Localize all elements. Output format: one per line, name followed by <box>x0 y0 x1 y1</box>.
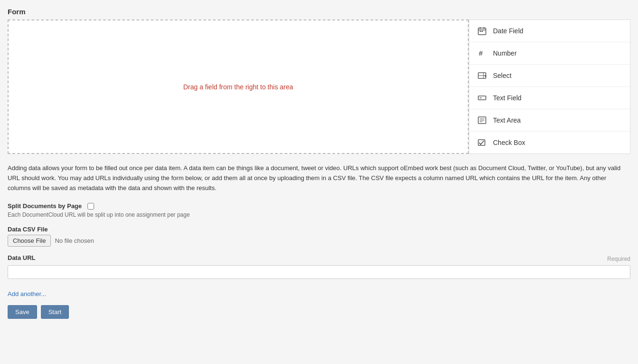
number-icon: # <box>477 48 487 58</box>
no-file-text: No file chosen <box>55 237 94 244</box>
palette-item-number[interactable]: # Number <box>469 42 630 65</box>
split-documents-sublabel: Each DocumentCloud URL will be split up … <box>8 211 630 218</box>
csv-file-section: Data CSV File Choose File No file chosen <box>8 226 630 247</box>
info-text: Adding data allows your form to be fille… <box>8 163 630 193</box>
svg-text:▾: ▾ <box>484 74 487 78</box>
field-palette: Date Field # Number ▾ Select Text Field … <box>469 19 630 154</box>
split-documents-label: Split Documents by Page <box>8 202 630 210</box>
svg-rect-4 <box>480 31 481 32</box>
palette-item-date-field[interactable]: Date Field <box>469 20 630 42</box>
file-input-wrapper: Choose File No file chosen <box>8 235 630 247</box>
palette-item-text-field[interactable]: Text Field <box>469 87 630 109</box>
checkbox-icon <box>477 137 487 148</box>
url-label-row: Data URL Required <box>8 254 630 263</box>
palette-item-label-number: Number <box>493 49 517 57</box>
choose-file-button[interactable]: Choose File <box>8 235 51 247</box>
drop-hint: Drag a field from the right to this area <box>183 83 293 91</box>
svg-rect-11 <box>478 96 486 100</box>
page-title: Form <box>8 8 630 16</box>
split-documents-section: Split Documents by Page Each DocumentClo… <box>8 202 630 218</box>
form-drop-area[interactable]: Drag a field from the right to this area <box>8 19 469 154</box>
data-url-label: Data URL <box>8 254 36 261</box>
palette-item-label-check-box: Check Box <box>493 139 525 146</box>
select-icon: ▾ <box>477 70 487 81</box>
palette-item-select[interactable]: ▾ Select <box>469 65 630 87</box>
calendar-icon <box>477 26 487 36</box>
save-button[interactable]: Save <box>8 305 37 319</box>
csv-file-label: Data CSV File <box>8 226 630 233</box>
required-tag: Required <box>607 256 630 262</box>
split-documents-checkbox[interactable] <box>87 203 94 210</box>
palette-item-label-text-area: Text Area <box>493 116 521 124</box>
button-row: Save Start <box>8 305 630 319</box>
palette-item-check-box[interactable]: Check Box <box>469 132 630 153</box>
start-button[interactable]: Start <box>41 305 69 319</box>
add-another-link[interactable]: Add another... <box>8 290 46 297</box>
palette-item-label-date-field: Date Field <box>493 27 523 35</box>
textfield-icon <box>477 93 487 103</box>
svg-text:#: # <box>479 49 483 57</box>
palette-item-label-select: Select <box>493 72 512 79</box>
textarea-icon <box>477 115 487 125</box>
data-url-input[interactable] <box>8 265 630 279</box>
palette-item-text-area[interactable]: Text Area <box>469 109 630 132</box>
palette-item-label-text-field: Text Field <box>493 94 522 102</box>
data-url-section: Data URL Required <box>8 254 630 279</box>
svg-rect-5 <box>482 31 483 32</box>
